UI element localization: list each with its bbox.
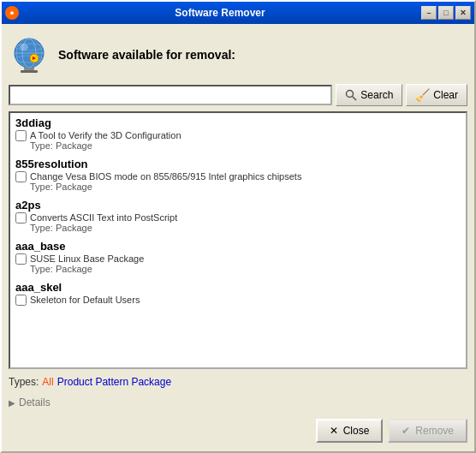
details-section: ▶ Details [9,395,467,410]
app-icon: ● [5,6,19,20]
search-icon [345,89,357,101]
remove-button-icon: ✔ [402,425,410,437]
list-item: aaa_skel Skeleton for Default Users [10,277,466,309]
window-title: Software Remover [19,7,421,19]
item-description: A Tool to Verify the 3D Configuration [30,130,461,140]
search-button[interactable]: Search [336,84,402,106]
title-bar: ● Software Remover – □ ✕ [2,2,474,24]
search-button-label: Search [360,89,393,101]
item-type: Type: Package [30,264,461,274]
item-checkbox[interactable] [15,295,27,306]
types-all-link[interactable]: All [42,376,53,388]
details-arrow-icon: ▶ [9,398,15,408]
header-title: Software available for removal: [58,48,235,62]
list-item: 855resolution Change Vesa BIOS mode on 8… [10,154,466,195]
item-type: Type: Package [30,140,461,151]
header-section: Software available for removal: [9,31,467,79]
close-button-label: Close [343,425,370,437]
item-name: 855resolution [15,158,461,170]
types-label: Types: [9,376,39,388]
list-item: a2ps Converts ASCII Text into PostScript… [10,195,466,236]
svg-point-8 [20,44,28,51]
title-buttons: – □ ✕ [421,6,471,20]
item-name: 3ddiag [15,116,461,129]
search-input[interactable] [9,85,332,105]
item-name: aaa_skel [15,281,461,294]
search-bar: Search 🧹 Clear [9,84,467,106]
svg-point-10 [347,91,354,98]
close-button-icon: ✕ [330,425,338,437]
content-area: Software available for removal: Search 🧹… [2,24,474,451]
list-item: aaa_base SUSE Linux Base Package Type: P… [10,236,466,277]
globe-icon [9,34,50,75]
item-checkbox[interactable] [15,253,27,265]
details-label: Details [19,396,51,408]
clear-icon: 🧹 [415,88,430,102]
title-bar-left: ● [5,6,19,20]
footer-types: Types: All Product Pattern Package [9,374,467,390]
close-window-button[interactable]: ✕ [455,6,471,20]
maximize-button[interactable]: □ [438,6,454,20]
clear-button-label: Clear [433,89,458,101]
list-item: 3ddiag A Tool to Verify the 3D Configura… [10,113,466,154]
svg-line-11 [353,97,357,101]
button-bar: ✕ Close ✔ Remove [9,415,467,444]
item-checkbox[interactable] [15,212,27,224]
item-description: Converts ASCII Text into PostScript [30,212,461,223]
item-description: SUSE Linux Base Package [30,253,461,264]
item-name: a2ps [15,199,461,212]
item-name: aaa_base [15,240,461,253]
item-type: Type: Package [30,223,461,233]
item-description: Change Vesa BIOS mode on 855/865/915 Int… [30,171,461,182]
remove-button-label: Remove [415,425,454,437]
clear-button[interactable]: 🧹 Clear [406,84,467,106]
item-checkbox[interactable] [15,130,27,141]
item-checkbox[interactable] [15,171,27,182]
close-button[interactable]: ✕ Close [316,419,384,443]
software-list[interactable]: 3ddiag A Tool to Verify the 3D Configura… [9,111,467,369]
item-type: Type: Package [30,182,461,192]
minimize-button[interactable]: – [421,6,437,20]
remove-button: ✔ Remove [388,419,467,443]
svg-rect-1 [21,70,38,73]
types-pattern-link[interactable]: Product Pattern Package [57,376,171,388]
item-description: Skeleton for Default Users [30,295,461,305]
main-window: ● Software Remover – □ ✕ [0,0,476,453]
